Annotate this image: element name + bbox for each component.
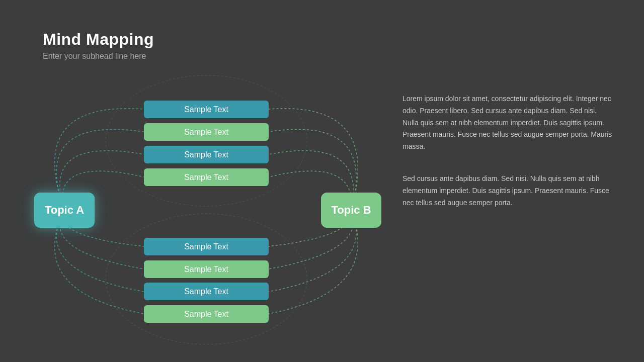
text-panel: Lorem ipsum dolor sit amet, consectetur … [403, 93, 614, 209]
bottom-box-1[interactable]: Sample Text [144, 238, 269, 255]
top-box-2[interactable]: Sample Text [144, 123, 269, 141]
bottom-box-4[interactable]: Sample Text [144, 305, 269, 323]
topic-b-label: Topic B [331, 204, 371, 217]
bottom-box-2[interactable]: Sample Text [144, 260, 269, 278]
topic-b-node[interactable]: Topic B [321, 193, 381, 228]
topic-a-node[interactable]: Topic A [34, 193, 95, 228]
page-subtitle: Enter your subhead line here [43, 52, 154, 61]
bottom-box-3[interactable]: Sample Text [144, 283, 269, 300]
text-block-1: Lorem ipsum dolor sit amet, consectetur … [403, 93, 614, 153]
top-box-3[interactable]: Sample Text [144, 146, 269, 163]
top-box-1[interactable]: Sample Text [144, 101, 269, 118]
topic-a-label: Topic A [45, 204, 84, 217]
page-title: Mind Mapping [43, 30, 154, 49]
svg-point-0 [106, 75, 307, 206]
svg-point-1 [106, 214, 307, 344]
text-block-2: Sed cursus ante dapibus diam. Sed nisi. … [403, 173, 614, 209]
header: Mind Mapping Enter your subhead line her… [43, 30, 154, 61]
top-box-4[interactable]: Sample Text [144, 168, 269, 186]
